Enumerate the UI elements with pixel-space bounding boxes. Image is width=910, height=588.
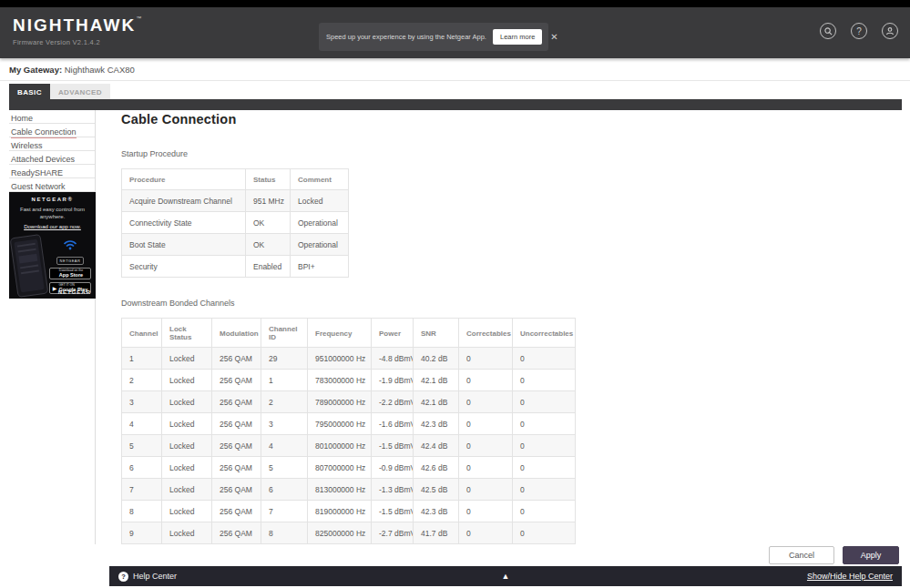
- show-hide-help-link[interactable]: Show/Hide Help Center: [807, 572, 893, 581]
- table-cell: 0: [459, 348, 513, 370]
- table-row: 9Locked256 QAM8825000000 Hz-2.7 dBmV41.7…: [122, 522, 576, 544]
- table-cell: 42.6 dB: [414, 457, 459, 479]
- column-header: SNR: [414, 319, 459, 348]
- column-header: Lock Status: [162, 319, 212, 348]
- sidebar-item-wireless[interactable]: Wireless: [9, 137, 95, 151]
- table-row: Connectivity StateOKOperational: [122, 212, 349, 234]
- table-cell: 9: [261, 544, 308, 545]
- apply-button[interactable]: Apply: [843, 546, 899, 564]
- table-cell: 0: [459, 435, 513, 457]
- sidebar-item-readyshare[interactable]: ReadySHARE: [9, 165, 95, 178]
- table-cell: 256 QAM: [212, 457, 261, 479]
- search-icon[interactable]: [820, 23, 836, 39]
- sidebar-item-attached-devices[interactable]: Attached Devices: [9, 151, 95, 165]
- table-cell: 256 QAM: [212, 435, 261, 457]
- tab-basic[interactable]: BASIC: [9, 84, 50, 100]
- startup-procedure-label: Startup Procedure: [121, 149, 902, 158]
- table-cell: 0: [459, 501, 513, 522]
- trademark-mark: ™: [136, 15, 141, 21]
- downstream-channels-table: ChannelLock StatusModulationChannel IDFr…: [121, 318, 576, 544]
- app-store-badge[interactable]: Download on the App Store: [49, 268, 91, 279]
- table-cell: 8: [261, 522, 308, 544]
- table-row: 7Locked256 QAM6813000000 Hz-1.3 dBmV42.5…: [122, 479, 576, 501]
- table-header-row: ChannelLock StatusModulationChannel IDFr…: [122, 319, 576, 348]
- help-icon[interactable]: ?: [851, 23, 867, 39]
- table-cell: 0: [459, 544, 513, 545]
- table-cell: -2.2 dBmV: [372, 391, 414, 413]
- content-top-strip: [9, 99, 902, 110]
- table-cell: Enabled: [246, 256, 291, 278]
- gateway-label: My Gateway:: [9, 65, 62, 75]
- cancel-button[interactable]: Cancel: [769, 546, 834, 564]
- tab-advanced[interactable]: ADVANCED: [50, 84, 110, 100]
- table-cell: -4.8 dBmV: [372, 348, 414, 370]
- table-cell: 42.1 dB: [414, 370, 459, 391]
- table-cell: 0: [459, 413, 513, 435]
- table-cell: 256 QAM: [212, 544, 261, 545]
- table-cell: Locked: [162, 391, 212, 413]
- table-cell: 3: [122, 391, 162, 413]
- table-cell: 42.1 dB: [414, 391, 459, 413]
- app-promo-banner: Speed up your experience by using the Ne…: [319, 23, 548, 51]
- table-cell: Locked: [162, 413, 212, 435]
- table-cell: 256 QAM: [212, 501, 261, 522]
- table-row: 8Locked256 QAM7819000000 Hz-1.5 dBmV42.3…: [122, 501, 576, 522]
- sidebar-item-guest-network[interactable]: Guest Network: [9, 178, 95, 192]
- table-cell: 0: [459, 391, 513, 413]
- promo-download-link[interactable]: Download our app now.: [13, 224, 92, 229]
- table-cell: Operational: [291, 212, 349, 234]
- table-row: Boot StateOKOperational: [122, 234, 349, 256]
- help-center-toggle[interactable]: ? Help Center: [118, 572, 177, 582]
- table-row: 1Locked256 QAM29951000000 Hz-4.8 dBmV40.…: [122, 348, 576, 370]
- table-cell: 29: [261, 348, 308, 370]
- table-cell: 0: [459, 522, 513, 544]
- table-cell: Locked: [162, 544, 212, 545]
- table-cell: 8: [122, 501, 162, 522]
- table-cell: 801000000 Hz: [308, 435, 372, 457]
- table-cell: 42.5 dB: [414, 479, 459, 501]
- table-cell: 1: [261, 370, 308, 391]
- table-cell: 10: [122, 544, 162, 545]
- table-row: 5Locked256 QAM4801000000 Hz-1.5 dBmV42.4…: [122, 435, 576, 457]
- table-cell: 256 QAM: [212, 370, 261, 391]
- table-cell: 0: [513, 479, 576, 501]
- table-cell: 0: [459, 457, 513, 479]
- table-cell: BPI+: [291, 256, 349, 278]
- table-cell: 256 QAM: [212, 391, 261, 413]
- table-cell: -1.9 dBmV: [372, 370, 414, 391]
- table-cell: OK: [246, 234, 291, 256]
- wifi-icon: [63, 238, 77, 254]
- table-cell: 0: [513, 348, 576, 370]
- account-icon[interactable]: [882, 23, 898, 39]
- column-header: Uncorrectables: [513, 319, 576, 348]
- table-cell: Locked: [162, 435, 212, 457]
- help-center-label: Help Center: [133, 572, 177, 581]
- table-cell: 41.7 dB: [414, 522, 459, 544]
- table-cell: 7: [261, 501, 308, 522]
- table-cell: Locked: [162, 370, 212, 391]
- table-cell: 0: [513, 544, 576, 545]
- close-icon[interactable]: ✕: [548, 30, 559, 44]
- sidebar-item-cable-connection[interactable]: Cable Connection: [9, 124, 95, 137]
- table-cell: 825000000 Hz: [308, 522, 372, 544]
- logo-text: NIGHTHAWK: [13, 15, 136, 35]
- learn-more-button[interactable]: Learn more: [493, 29, 542, 45]
- table-row: 3Locked256 QAM2789000000 Hz-2.2 dBmV42.1…: [122, 391, 576, 413]
- promo-brand: NETGEAR®: [13, 197, 92, 202]
- table-cell: 0: [513, 413, 576, 435]
- table-cell: 819000000 Hz: [308, 501, 372, 522]
- table-cell: 0: [513, 435, 576, 457]
- table-cell: 42.3 dB: [414, 413, 459, 435]
- sidebar-item-home[interactable]: Home: [9, 110, 95, 124]
- table-cell: -3.1 dBmV: [372, 544, 414, 545]
- gateway-line: My Gateway: Nighthawk CAX80: [9, 65, 135, 75]
- column-header: Frequency: [308, 319, 372, 348]
- column-header: Procedure: [122, 169, 246, 190]
- table-cell: Locked: [162, 522, 212, 544]
- table-cell: 42.3 dB: [414, 501, 459, 522]
- table-cell: Security: [122, 256, 246, 278]
- table-cell: 813000000 Hz: [308, 479, 372, 501]
- page-title: Cable Connection: [121, 112, 902, 127]
- table-cell: 40.2 dB: [414, 348, 459, 370]
- chevron-up-icon[interactable]: ▲: [502, 572, 510, 581]
